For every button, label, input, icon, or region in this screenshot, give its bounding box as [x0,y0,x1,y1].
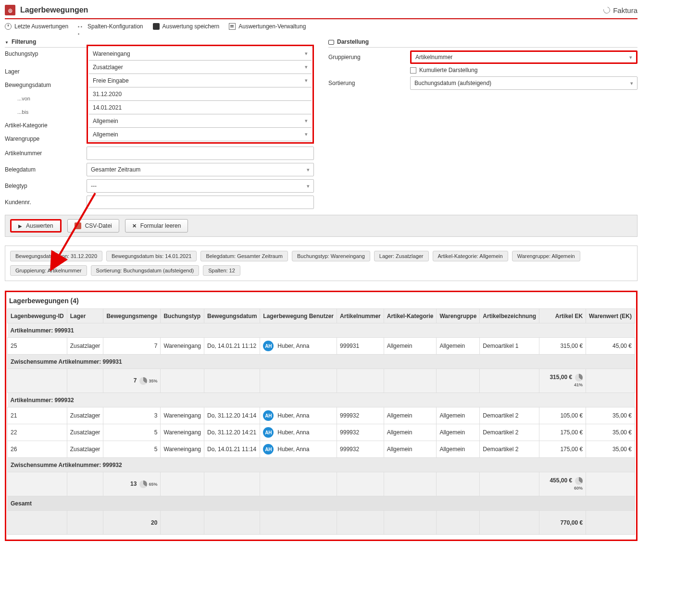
select-doc-type[interactable]: --- [87,179,314,193]
filter-tag[interactable]: Bewegungsdatum bis: 14.01.2021 [106,251,197,261]
select-move-date-value: Freie Eingabe [93,77,129,84]
toolbar-manage[interactable]: Auswertungen-Verwaltung [229,23,306,30]
filter-tag[interactable]: Buchungstyp: Wareneingang [292,251,370,261]
select-booking-type[interactable]: Wareneingang [89,47,312,61]
filter-tag[interactable]: Sortierung: Buchungsdatum (aufsteigend) [91,265,200,276]
select-sorting[interactable]: Buchungsdatum (aufsteigend) [410,76,638,90]
table-cell: 735% [103,369,161,393]
toolbar-columns[interactable]: Spalten-Konfiguration [78,23,143,30]
select-doc-date[interactable]: Gesamter Zeitraum [87,163,314,176]
select-grouping-value: Artikelnummer [415,54,452,61]
label-category: Artikel-Kategorie [5,119,87,132]
filter-tag[interactable]: Spalten: 12 [203,265,240,276]
filter-tag[interactable]: Lager: Zusatzlager [374,251,429,261]
filter-icon [5,38,9,45]
input-customer-no[interactable] [87,196,314,209]
table-cell: 999931 [337,338,384,355]
subtotal-row: 735%315,00 €41% [8,369,635,393]
table-cell [260,511,337,535]
subtotal-row: 1365%455,00 €60% [8,472,635,496]
group-header-cell: Artikelnummer: 999932 [8,393,635,407]
toolbar-save[interactable]: Auswertung speichern [153,23,220,30]
clear-button[interactable]: Formular leeren [125,219,188,233]
section-display-label: Darstellung [337,38,369,45]
table-cell: 1365% [103,472,161,496]
group-header-row: Artikelnummer: 999931 [8,323,635,338]
table-cell: Zusatzlager [67,338,103,355]
table-cell: 999932 [337,424,384,441]
user-name: Huber, Anna [277,446,309,453]
table-cell: Demoartikel 1 [480,338,539,355]
table-cell: Allgemein [437,441,480,458]
label-sorting: Sortierung [328,80,410,86]
table-cell: 105,00 € [539,407,586,424]
table-cell: Wareneingang [161,338,204,355]
group-header-row: Artikelnummer: 999932 [8,393,635,407]
table-cell: 770,00 € [539,511,586,535]
column-header[interactable]: Bewegungsmenge [103,309,161,323]
select-grouping[interactable]: Artikelnummer [410,50,638,64]
input-article-no[interactable] [87,147,314,160]
filter-tag[interactable]: Bewegungsdatum von: 31.12.2020 [10,251,102,261]
table-cell [586,472,635,496]
column-header[interactable]: Warenwert (EK) [586,309,635,323]
label-grouping: Gruppierung [328,54,410,61]
select-sorting-value: Buchungsdatum (aufsteigend) [414,80,491,86]
table-row[interactable]: 22Zusatzlager5WareneingangDo, 31.12.20 1… [8,424,635,441]
select-product-group[interactable]: Allgemein [89,128,312,141]
dots-icon [78,23,85,30]
filter-tag[interactable]: Belegdatum: Gesamter Zeitraum [200,251,288,261]
select-warehouse[interactable]: Zusatzlager [89,61,312,74]
label-date-from: ...von [5,92,87,105]
table-cell: 999932 [337,407,384,424]
table-cell: Allgemein [384,424,437,441]
table-cell: Allgemein [437,338,480,355]
table-cell [260,369,337,393]
filter-tag[interactable]: Artikel-Kategorie: Allgemein [433,251,508,261]
input-date-to-value: 14.01.2021 [93,104,122,111]
table-cell: 21 [8,407,67,424]
checkbox-cumulative[interactable]: Kumulierte Darstellung [410,67,638,74]
filter-tag[interactable]: Gruppierung: Artikelnummer [10,265,87,276]
table-row[interactable]: 25Zusatzlager7WareneingangDo, 14.01.21 1… [8,338,635,355]
input-date-from[interactable]: 31.12.2020 [89,87,312,101]
user-cell: AHHuber, Anna [260,407,337,424]
faktura-link[interactable]: Faktura [603,6,638,14]
column-header[interactable]: Artikel-Kategorie [384,309,437,323]
select-category[interactable]: Allgemein [89,114,312,128]
column-header[interactable]: Artikel EK [539,309,586,323]
table-cell [161,369,204,393]
column-header[interactable]: Lager [67,309,103,323]
column-header[interactable]: Artikelbezeichnung [480,309,539,323]
table-cell: Allgemein [437,407,480,424]
checkbox-icon [410,67,416,74]
table-cell [480,511,539,535]
csv-button[interactable]: CSV-Datei [67,219,119,233]
column-header[interactable]: Lagerbewegung Benutzer [260,309,337,323]
table-row[interactable]: 21Zusatzlager3WareneingangDo, 31.12.20 1… [8,407,635,424]
grand-total-row: 20770,00 € [8,511,635,535]
table-cell [67,369,103,393]
table-row[interactable]: 26Zusatzlager5WareneingangDo, 14.01.21 1… [8,441,635,458]
checkbox-cumulative-label: Kumulierte Darstellung [419,67,477,74]
page-title: Lagerbewegungen [20,6,88,14]
evaluate-button[interactable]: Auswerten [10,219,62,233]
table-cell [384,369,437,393]
column-header[interactable]: Warengruppe [437,309,480,323]
column-header[interactable]: Artikelnummer [337,309,384,323]
select-doc-type-value: --- [91,183,97,189]
select-move-date[interactable]: Freie Eingabe [89,74,312,87]
select-warehouse-value: Zusatzlager [93,64,123,71]
table-cell: 315,00 € [539,338,586,355]
column-header[interactable]: Buchungstyp [161,309,204,323]
grand-total-label-row: Gesamt [8,496,635,511]
toolbar: Letzte Auswertungen Spalten-Konfiguratio… [5,19,638,35]
filter-tag[interactable]: Warengruppe: Allgemein [512,251,580,261]
table-cell: Zusatzlager [67,424,103,441]
column-header[interactable]: Bewegungsdatum [204,309,260,323]
list-icon [229,23,236,30]
column-header[interactable]: Lagenbewegung-ID [8,309,67,323]
toolbar-recent[interactable]: Letzte Auswertungen [5,23,68,30]
table-cell: 175,00 € [539,441,586,458]
input-date-to[interactable]: 14.01.2021 [89,101,312,114]
